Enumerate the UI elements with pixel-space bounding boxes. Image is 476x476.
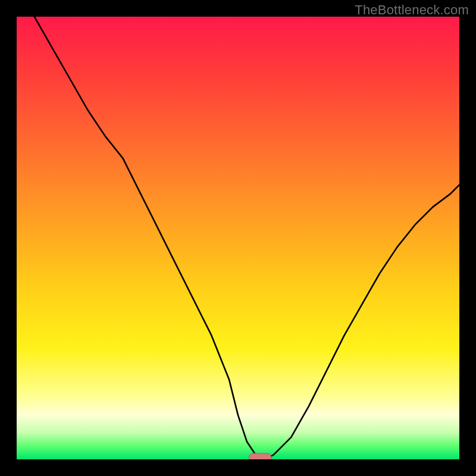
chart-svg [17, 17, 459, 459]
optimum-marker [249, 453, 271, 459]
bottleneck-curve [35, 17, 459, 459]
chart-frame: TheBottleneck.com [0, 0, 476, 476]
plot-area [17, 17, 459, 459]
watermark-text: TheBottleneck.com [355, 2, 469, 18]
